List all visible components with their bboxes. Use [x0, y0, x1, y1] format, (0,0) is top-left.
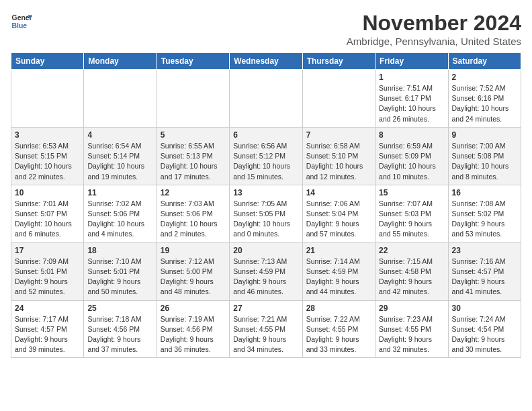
calendar-cell: 11Sunrise: 7:02 AM Sunset: 5:06 PM Dayli…	[84, 185, 157, 242]
day-info: Sunrise: 7:51 AM Sunset: 6:17 PM Dayligh…	[379, 83, 444, 124]
day-number: 6	[233, 130, 298, 140]
day-number: 8	[379, 130, 444, 140]
week-row-3: 10Sunrise: 7:01 AM Sunset: 5:07 PM Dayli…	[11, 185, 521, 242]
day-number: 20	[233, 246, 298, 255]
day-number: 23	[452, 246, 517, 255]
day-info: Sunrise: 7:17 AM Sunset: 4:57 PM Dayligh…	[15, 314, 80, 355]
calendar-cell: 30Sunrise: 7:24 AM Sunset: 4:54 PM Dayli…	[448, 300, 521, 358]
title-block: November 2024 Ambridge, Pennsylvania, Un…	[347, 11, 521, 47]
day-info: Sunrise: 7:18 AM Sunset: 4:56 PM Dayligh…	[87, 314, 152, 355]
calendar-cell: 3Sunrise: 6:53 AM Sunset: 5:15 PM Daylig…	[11, 127, 84, 185]
day-info: Sunrise: 7:07 AM Sunset: 5:03 PM Dayligh…	[379, 199, 444, 240]
day-number: 21	[306, 246, 371, 255]
calendar-cell: 26Sunrise: 7:19 AM Sunset: 4:56 PM Dayli…	[157, 300, 229, 358]
day-info: Sunrise: 6:59 AM Sunset: 5:09 PM Dayligh…	[379, 141, 444, 182]
day-number: 16	[452, 188, 517, 197]
day-number: 7	[306, 130, 371, 140]
calendar-cell	[84, 70, 157, 128]
day-info: Sunrise: 6:58 AM Sunset: 5:10 PM Dayligh…	[306, 141, 371, 182]
logo: General Blue	[11, 11, 32, 32]
day-info: Sunrise: 7:06 AM Sunset: 5:04 PM Dayligh…	[306, 199, 371, 240]
day-number: 25	[87, 304, 152, 313]
calendar-cell: 29Sunrise: 7:23 AM Sunset: 4:55 PM Dayli…	[375, 300, 448, 358]
weekday-wednesday: Wednesday	[230, 53, 302, 70]
weekday-monday: Monday	[84, 53, 157, 70]
day-number: 26	[161, 304, 226, 313]
day-info: Sunrise: 6:54 AM Sunset: 5:14 PM Dayligh…	[87, 141, 152, 182]
day-number: 1	[379, 73, 444, 82]
day-info: Sunrise: 6:53 AM Sunset: 5:15 PM Dayligh…	[15, 141, 80, 182]
week-row-4: 17Sunrise: 7:09 AM Sunset: 5:01 PM Dayli…	[11, 242, 521, 300]
day-info: Sunrise: 7:09 AM Sunset: 5:01 PM Dayligh…	[15, 257, 80, 298]
header: General Blue November 2024 Ambridge, Pen…	[11, 11, 521, 47]
calendar-cell: 19Sunrise: 7:12 AM Sunset: 5:00 PM Dayli…	[157, 242, 229, 300]
day-number: 22	[379, 246, 444, 255]
calendar-cell: 10Sunrise: 7:01 AM Sunset: 5:07 PM Dayli…	[11, 185, 84, 242]
day-number: 14	[306, 188, 371, 197]
calendar-cell: 15Sunrise: 7:07 AM Sunset: 5:03 PM Dayli…	[375, 185, 448, 242]
weekday-saturday: Saturday	[448, 53, 521, 70]
calendar-body: 1Sunrise: 7:51 AM Sunset: 6:17 PM Daylig…	[11, 70, 521, 358]
calendar-cell: 17Sunrise: 7:09 AM Sunset: 5:01 PM Dayli…	[11, 242, 84, 300]
calendar-cell: 27Sunrise: 7:21 AM Sunset: 4:55 PM Dayli…	[230, 300, 302, 358]
calendar-cell: 13Sunrise: 7:05 AM Sunset: 5:05 PM Dayli…	[230, 185, 302, 242]
svg-text:Blue: Blue	[12, 22, 28, 30]
calendar-cell: 16Sunrise: 7:08 AM Sunset: 5:02 PM Dayli…	[448, 185, 521, 242]
day-info: Sunrise: 7:22 AM Sunset: 4:55 PM Dayligh…	[306, 314, 371, 355]
day-info: Sunrise: 6:56 AM Sunset: 5:12 PM Dayligh…	[233, 141, 298, 182]
day-info: Sunrise: 7:05 AM Sunset: 5:05 PM Dayligh…	[233, 199, 298, 240]
weekday-thursday: Thursday	[302, 53, 375, 70]
day-info: Sunrise: 7:14 AM Sunset: 4:59 PM Dayligh…	[306, 257, 371, 298]
day-number: 3	[15, 130, 80, 140]
calendar-table: SundayMondayTuesdayWednesdayThursdayFrid…	[11, 52, 521, 358]
week-row-1: 1Sunrise: 7:51 AM Sunset: 6:17 PM Daylig…	[11, 70, 521, 128]
calendar-cell: 18Sunrise: 7:10 AM Sunset: 5:01 PM Dayli…	[84, 242, 157, 300]
day-info: Sunrise: 7:02 AM Sunset: 5:06 PM Dayligh…	[87, 199, 152, 240]
weekday-friday: Friday	[375, 53, 448, 70]
weekday-sunday: Sunday	[11, 53, 84, 70]
week-row-2: 3Sunrise: 6:53 AM Sunset: 5:15 PM Daylig…	[11, 127, 521, 185]
weekday-header-row: SundayMondayTuesdayWednesdayThursdayFrid…	[11, 53, 521, 70]
day-number: 10	[15, 188, 80, 197]
calendar-cell: 28Sunrise: 7:22 AM Sunset: 4:55 PM Dayli…	[302, 300, 375, 358]
calendar-cell	[302, 70, 375, 128]
day-info: Sunrise: 7:21 AM Sunset: 4:55 PM Dayligh…	[233, 314, 298, 355]
day-number: 24	[15, 304, 80, 313]
calendar-cell: 12Sunrise: 7:03 AM Sunset: 5:06 PM Dayli…	[157, 185, 229, 242]
logo-icon: General Blue	[11, 11, 32, 32]
day-number: 13	[233, 188, 298, 197]
week-row-5: 24Sunrise: 7:17 AM Sunset: 4:57 PM Dayli…	[11, 300, 521, 358]
day-info: Sunrise: 7:16 AM Sunset: 4:57 PM Dayligh…	[452, 257, 517, 298]
weekday-tuesday: Tuesday	[157, 53, 229, 70]
calendar-cell: 20Sunrise: 7:13 AM Sunset: 4:59 PM Dayli…	[230, 242, 302, 300]
day-number: 2	[452, 73, 517, 82]
day-number: 27	[233, 304, 298, 313]
calendar-cell: 7Sunrise: 6:58 AM Sunset: 5:10 PM Daylig…	[302, 127, 375, 185]
day-info: Sunrise: 7:10 AM Sunset: 5:01 PM Dayligh…	[87, 257, 152, 298]
calendar-cell: 2Sunrise: 7:52 AM Sunset: 6:16 PM Daylig…	[448, 70, 521, 128]
day-number: 4	[87, 130, 152, 140]
day-info: Sunrise: 7:01 AM Sunset: 5:07 PM Dayligh…	[15, 199, 80, 240]
day-number: 18	[87, 246, 152, 255]
day-number: 5	[161, 130, 226, 140]
day-info: Sunrise: 7:08 AM Sunset: 5:02 PM Dayligh…	[452, 199, 517, 240]
calendar-cell: 1Sunrise: 7:51 AM Sunset: 6:17 PM Daylig…	[375, 70, 448, 128]
calendar-cell: 8Sunrise: 6:59 AM Sunset: 5:09 PM Daylig…	[375, 127, 448, 185]
calendar-cell: 9Sunrise: 7:00 AM Sunset: 5:08 PM Daylig…	[448, 127, 521, 185]
calendar-cell	[230, 70, 302, 128]
location-subtitle: Ambridge, Pennsylvania, United States	[347, 36, 521, 47]
calendar-cell: 14Sunrise: 7:06 AM Sunset: 5:04 PM Dayli…	[302, 185, 375, 242]
month-title: November 2024	[347, 11, 521, 36]
day-number: 30	[452, 304, 517, 313]
day-info: Sunrise: 7:03 AM Sunset: 5:06 PM Dayligh…	[161, 199, 226, 240]
day-info: Sunrise: 7:12 AM Sunset: 5:00 PM Dayligh…	[161, 257, 226, 298]
calendar-cell: 4Sunrise: 6:54 AM Sunset: 5:14 PM Daylig…	[84, 127, 157, 185]
day-info: Sunrise: 7:19 AM Sunset: 4:56 PM Dayligh…	[161, 314, 226, 355]
day-number: 12	[161, 188, 226, 197]
calendar-cell: 23Sunrise: 7:16 AM Sunset: 4:57 PM Dayli…	[448, 242, 521, 300]
calendar-cell: 25Sunrise: 7:18 AM Sunset: 4:56 PM Dayli…	[84, 300, 157, 358]
calendar-cell: 6Sunrise: 6:56 AM Sunset: 5:12 PM Daylig…	[230, 127, 302, 185]
calendar-cell	[157, 70, 229, 128]
calendar-cell: 22Sunrise: 7:15 AM Sunset: 4:58 PM Dayli…	[375, 242, 448, 300]
day-number: 15	[379, 188, 444, 197]
